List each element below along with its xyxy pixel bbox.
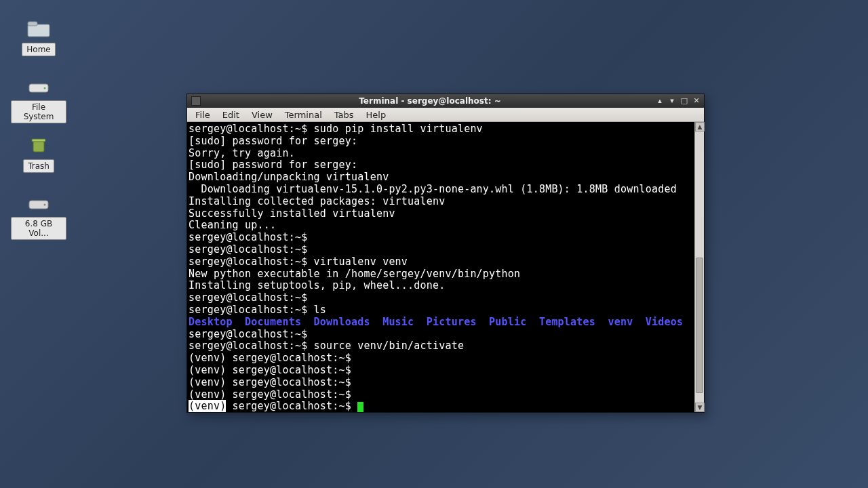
menu-edit[interactable]: Edit — [217, 109, 245, 121]
close-button[interactable]: ✕ — [692, 96, 701, 106]
term-line: Installing setuptools, pip, wheel...done… — [189, 279, 445, 291]
term-line: (venv) sergey@localhost:~$ — [189, 352, 351, 364]
term-line: Downloading virtualenv-15.1.0-py2.py3-no… — [189, 183, 677, 195]
term-line: (venv) sergey@localhost:~$ — [189, 364, 351, 376]
term-line: sergey@localhost:~$ source venv/bin/acti… — [189, 340, 464, 352]
term-line: [sudo] password for sergey: — [189, 159, 357, 171]
svg-rect-1 — [28, 22, 37, 26]
term-line: Successfully installed virtualenv — [189, 207, 395, 220]
scroll-thumb[interactable] — [696, 258, 703, 393]
term-line: sergey@localhost:~$ — [189, 243, 307, 256]
terminal-body: sergey@localhost:~$ sudo pip install vir… — [187, 122, 704, 412]
drive-icon — [26, 77, 51, 96]
svg-rect-4 — [33, 141, 44, 152]
icon-label: 6.8 GB Vol... — [11, 217, 66, 240]
term-line: sergey@localhost:~$ — [189, 231, 307, 243]
menu-terminal[interactable]: Terminal — [279, 109, 328, 121]
term-line: Installing collected packages: virtualen… — [189, 195, 445, 207]
term-line-dirs: Desktop Documents Downloads Music Pictur… — [189, 316, 683, 328]
folder-home-icon — [26, 19, 51, 38]
term-line-current: (venv) sergey@localhost:~$ — [189, 400, 363, 412]
term-line: (venv) sergey@localhost:~$ — [189, 376, 351, 388]
term-line: New python executable in /home/sergey/ve… — [189, 268, 520, 280]
term-line: Sorry, try again. — [189, 147, 295, 159]
drive-icon — [26, 194, 51, 213]
term-line: [sudo] password for sergey: — [189, 135, 357, 147]
terminal-content[interactable]: sergey@localhost:~$ sudo pip install vir… — [187, 122, 694, 412]
desktop-icon-filesystem[interactable]: File System — [11, 77, 66, 123]
scroll-down-button[interactable]: ▼ — [695, 403, 705, 412]
menu-view[interactable]: View — [246, 109, 278, 121]
svg-rect-0 — [28, 24, 50, 37]
term-line: Downloading/unpacking virtualenv — [189, 171, 389, 183]
term-line: sergey@localhost:~$ — [189, 328, 307, 340]
svg-point-7 — [44, 204, 46, 206]
window-title: Terminal - sergey@localhost: ~ — [205, 96, 655, 106]
term-line: sergey@localhost:~$ — [189, 291, 307, 304]
rollup-button[interactable]: ▴ — [655, 96, 665, 106]
scroll-up-button[interactable]: ▲ — [695, 122, 705, 131]
maximize-button[interactable]: □ — [679, 96, 689, 106]
menu-tabs[interactable]: Tabs — [329, 109, 359, 121]
term-line: (venv) sergey@localhost:~$ — [189, 388, 351, 401]
titlebar[interactable]: Terminal - sergey@localhost: ~ ▴ ▾ □ ✕ — [187, 94, 704, 108]
svg-rect-5 — [32, 139, 45, 142]
minimize-button[interactable]: ▾ — [667, 96, 677, 106]
term-line: Cleaning up... — [189, 219, 276, 231]
scrollbar[interactable]: ▲ ▼ — [694, 122, 704, 412]
menu-help[interactable]: Help — [361, 109, 392, 121]
window-app-icon — [191, 96, 201, 106]
svg-point-3 — [44, 87, 46, 89]
trash-icon — [26, 136, 51, 155]
cursor — [357, 402, 363, 412]
term-line: sergey@localhost:~$ ls — [189, 304, 326, 316]
menu-file[interactable]: File — [190, 109, 216, 121]
term-line: sergey@localhost:~$ sudo pip install vir… — [189, 123, 483, 135]
icon-label: File System — [11, 100, 66, 123]
icon-label: Trash — [23, 159, 54, 173]
term-line: sergey@localhost:~$ virtualenv venv — [189, 256, 408, 268]
desktop-icon-trash[interactable]: Trash — [11, 136, 66, 173]
desktop-icon-home[interactable]: Home — [11, 19, 66, 56]
desktop-icon-volume[interactable]: 6.8 GB Vol... — [11, 194, 66, 240]
icon-label: Home — [22, 43, 55, 56]
terminal-window[interactable]: Terminal - sergey@localhost: ~ ▴ ▾ □ ✕ F… — [186, 94, 705, 413]
menubar: File Edit View Terminal Tabs Help — [187, 108, 704, 122]
